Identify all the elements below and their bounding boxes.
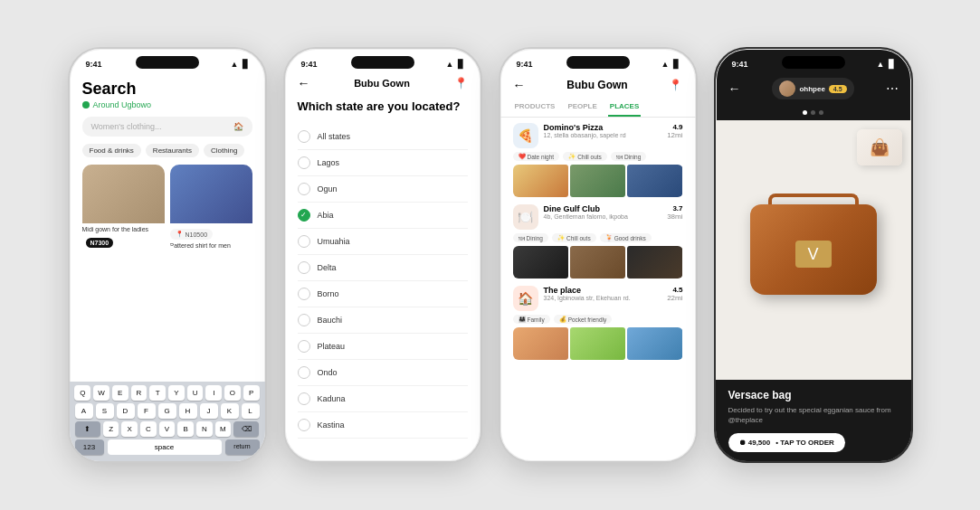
kb-row-2: A S D F G H J K L	[75, 403, 260, 419]
status-time-4: 9:41	[732, 60, 748, 69]
state-kastina[interactable]: Kastina	[298, 412, 468, 439]
place-name-2: Dine Gulf Club	[544, 204, 662, 213]
key-q[interactable]: Q	[74, 385, 90, 401]
key-v[interactable]: V	[159, 421, 176, 437]
place-tags-3: 👨‍👩‍👧 Family 💰 Pocket friendly	[513, 315, 683, 324]
radio-kastina	[298, 419, 310, 431]
state-name-9: Ondo	[318, 368, 338, 377]
place-info-row-2: 🍽️ Dine Gulf Club 4b, Gentleman falomo, …	[513, 204, 683, 230]
key-d[interactable]: D	[117, 403, 135, 419]
place-photo-3-1	[513, 327, 568, 360]
state-question: Which state are you located?	[298, 99, 468, 115]
key-k[interactable]: K	[221, 403, 239, 419]
back-arrow-4[interactable]: ←	[728, 81, 741, 96]
place-tag-3-1: 💰 Pocket friendly	[554, 315, 613, 324]
back-arrow-3[interactable]: ←	[513, 78, 526, 92]
product-card-2[interactable]: 📍 N10500 Pattered shirt for men	[170, 165, 252, 251]
key-y[interactable]: Y	[168, 385, 185, 401]
place-rating-3: 4.5	[672, 286, 682, 294]
tag-clothing[interactable]: Clothing	[204, 144, 244, 157]
key-p[interactable]: P	[243, 385, 260, 401]
key-r[interactable]: R	[131, 385, 147, 401]
state-all-states[interactable]: All states	[298, 124, 468, 150]
user-pill[interactable]: ohhpee 4.5	[772, 78, 853, 99]
state-ogun[interactable]: Ogun	[298, 176, 468, 203]
tab-products[interactable]: PRODUCTS	[513, 98, 557, 117]
key-o[interactable]: O	[224, 385, 241, 401]
key-n[interactable]: N	[196, 421, 213, 437]
key-l[interactable]: L	[242, 403, 260, 419]
key-g[interactable]: G	[158, 403, 176, 419]
state-abia[interactable]: Abia	[298, 203, 468, 229]
place-item-3[interactable]: 🏠 The place 324, Igbinowia str, Ekehuan …	[513, 286, 683, 360]
phone-1-search: 9:41 ▲ ▊ Search Around Ugbowo Women's cl…	[68, 47, 267, 463]
key-f[interactable]: F	[138, 403, 156, 419]
state-name-1: Lagos	[318, 158, 340, 167]
key-w[interactable]: W	[93, 385, 109, 401]
status-time-1: 9:41	[86, 60, 102, 69]
state-plateau[interactable]: Plateau	[298, 334, 468, 360]
place-photos-2	[513, 246, 683, 279]
product-grid: N7300 Midi gown for the ladies 📍 N10500 …	[82, 165, 252, 251]
bag-strap	[768, 194, 859, 204]
status-time-3: 9:41	[517, 60, 533, 69]
state-kaduna[interactable]: Kaduna	[298, 386, 468, 412]
tab-places[interactable]: PLACES	[608, 98, 641, 117]
key-x[interactable]: X	[121, 421, 138, 437]
phone-4-notch	[782, 56, 845, 69]
key-i[interactable]: I	[205, 385, 222, 401]
radio-delta	[298, 261, 310, 274]
key-t[interactable]: T	[149, 385, 166, 401]
state-name-6: Borno	[318, 289, 339, 298]
key-backspace[interactable]: ⌫	[233, 421, 259, 437]
dot-2	[811, 110, 815, 115]
key-h[interactable]: H	[179, 403, 197, 419]
key-123[interactable]: 123	[75, 439, 104, 455]
more-icon[interactable]: ⋯	[886, 81, 899, 96]
place-addr-3: 324, Igbinowia str, Ekehuan rd.	[544, 295, 662, 301]
state-delta[interactable]: Delta	[298, 255, 468, 281]
order-button[interactable]: ⏺ 49,500 • TAP TO ORDER	[728, 433, 845, 452]
also-item: 👜	[857, 129, 902, 165]
key-j[interactable]: J	[200, 403, 218, 419]
state-borno[interactable]: Borno	[298, 281, 468, 307]
key-b[interactable]: B	[177, 421, 194, 437]
keyboard: Q W E R T Y U I O P A S D F G H J K L	[70, 382, 265, 461]
place-item-1[interactable]: 🍕 Domino's Pizza 12, stella obasanjo, sa…	[513, 123, 683, 197]
product-img-2	[170, 165, 252, 223]
state-ondo[interactable]: Ondo	[298, 360, 468, 386]
key-shift[interactable]: ⬆	[75, 421, 100, 437]
key-z[interactable]: Z	[103, 421, 119, 437]
place-logo-1: 🍕	[513, 123, 538, 148]
place-item-2[interactable]: 🍽️ Dine Gulf Club 4b, Gentleman falomo, …	[513, 204, 683, 279]
state-umuahia[interactable]: Umuahia	[298, 229, 468, 255]
back-arrow-2[interactable]: ←	[298, 76, 310, 90]
key-u[interactable]: U	[187, 385, 204, 401]
key-return[interactable]: return	[225, 439, 260, 455]
key-s[interactable]: S	[96, 403, 114, 419]
place-tag-2-1: ✨ Chill outs	[552, 233, 596, 242]
product-label-2: Pattered shirt for men	[170, 240, 252, 251]
radio-kaduna	[298, 392, 310, 405]
tag-restaurants[interactable]: Restaurants	[146, 144, 199, 157]
search-bar[interactable]: Women's clothing... 🏠	[82, 117, 252, 137]
place-tags-1: ❤️ Date night ✨ Chill outs 🍽 Dining	[513, 152, 683, 161]
key-c[interactable]: C	[140, 421, 157, 437]
key-m[interactable]: M	[215, 421, 232, 437]
place-tag-1-1: ✨ Chill outs	[563, 152, 607, 161]
place-photos-3	[513, 327, 683, 360]
key-space[interactable]: space	[108, 439, 222, 455]
status-icons-1: ▲ ▊	[231, 60, 249, 69]
key-a[interactable]: A	[75, 403, 93, 419]
key-e[interactable]: E	[112, 385, 128, 401]
phones-container: 9:41 ▲ ▊ Search Around Ugbowo Women's cl…	[68, 47, 913, 463]
place-tag-1-0: ❤️ Date night	[513, 152, 560, 161]
product-card-1[interactable]: N7300 Midi gown for the ladies	[82, 165, 165, 251]
search-icon: 🏠	[233, 122, 243, 131]
state-bauchi[interactable]: Bauchi	[298, 307, 468, 334]
radio-all	[298, 130, 310, 143]
tag-food[interactable]: Food & drinks	[82, 144, 141, 157]
kb-row-1: Q W E R T Y U I O P	[75, 385, 260, 401]
tab-people[interactable]: PEOPLE	[566, 98, 598, 117]
state-lagos[interactable]: Lagos	[298, 150, 468, 176]
